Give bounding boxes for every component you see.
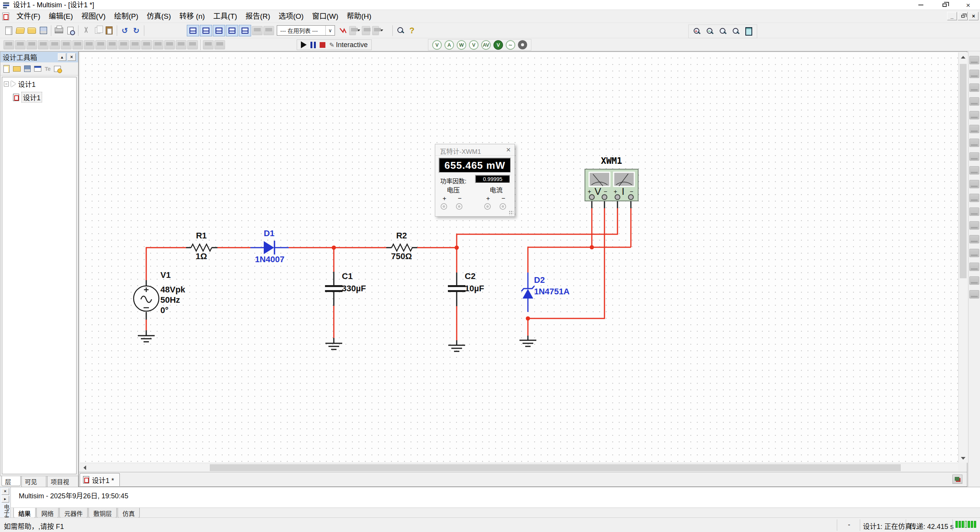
- tab-row-corner-icon[interactable]: [952, 475, 962, 484]
- menu-options[interactable]: 选项(O): [274, 11, 308, 22]
- fullscreen-button[interactable]: [743, 26, 755, 37]
- minimize-button[interactable]: [909, 0, 933, 10]
- spreadsheet-expand-button[interactable]: ▸: [2, 496, 9, 503]
- spreadsheet-close-button[interactable]: ×: [2, 488, 9, 495]
- schematic-canvas[interactable]: XWM1 + V − + I − V1 48Vpk 50Hz 0° R1 1Ω …: [80, 52, 958, 463]
- c2-refdes[interactable]: C2: [465, 271, 475, 281]
- place-hierarchical-button[interactable]: [203, 40, 214, 49]
- menu-edit[interactable]: 编辑(E): [44, 11, 77, 22]
- back-annotate-button[interactable]: [360, 25, 372, 36]
- cut-button[interactable]: [80, 25, 92, 36]
- tree-root-label[interactable]: 设计1: [18, 79, 36, 89]
- current-probe-button[interactable]: A: [444, 40, 454, 50]
- tree-collapse-icon[interactable]: −: [4, 82, 9, 86]
- zoom-out-button[interactable]: −: [704, 26, 715, 37]
- run-simulation-button[interactable]: [301, 41, 307, 48]
- close-icon[interactable]: ×: [506, 145, 511, 154]
- iv-analyzer-button[interactable]: [969, 194, 979, 202]
- close-button[interactable]: ×: [956, 0, 980, 10]
- save-design-icon[interactable]: [24, 65, 31, 72]
- open-button[interactable]: [15, 25, 26, 36]
- spectrum-analyzer-button[interactable]: [969, 221, 979, 230]
- stop-simulation-button[interactable]: [320, 42, 325, 48]
- toggle-spreadsheet-button[interactable]: [200, 25, 212, 36]
- restore-button[interactable]: [933, 0, 956, 10]
- xwm1-label[interactable]: XWM1: [585, 156, 638, 166]
- print-preview-button[interactable]: [65, 25, 76, 36]
- component-v1[interactable]: [134, 286, 159, 311]
- place-cmos-button[interactable]: [72, 40, 83, 49]
- vertical-scrollbar-thumb[interactable]: [960, 64, 967, 278]
- place-transistor-button[interactable]: [38, 40, 49, 49]
- logic-converter-button[interactable]: [969, 166, 979, 175]
- wattmeter-button[interactable]: [969, 83, 979, 92]
- tab-simulation[interactable]: 仿真: [118, 508, 140, 518]
- voltage-probe-button[interactable]: V: [432, 40, 442, 50]
- tab-results[interactable]: 结果: [13, 508, 36, 518]
- menu-window[interactable]: 窗口(W): [308, 11, 343, 22]
- zoom-area-button[interactable]: [717, 26, 728, 37]
- menu-help[interactable]: 帮助(H): [343, 11, 376, 22]
- current-plus-terminal[interactable]: [484, 203, 491, 210]
- r2-value[interactable]: 750Ω: [386, 251, 417, 261]
- place-bus-button[interactable]: [214, 40, 225, 49]
- toggle-database-button[interactable]: [213, 25, 225, 36]
- component-c2[interactable]: [448, 285, 466, 292]
- c1-refdes[interactable]: C1: [342, 271, 353, 281]
- component-r1[interactable]: [191, 244, 212, 251]
- document-icon[interactable]: [2, 13, 9, 20]
- tab-components[interactable]: 元器件: [59, 508, 88, 518]
- differential-voltage-probe-button[interactable]: V: [469, 40, 479, 50]
- c2-value[interactable]: 10µF: [465, 284, 484, 294]
- component-r2[interactable]: [392, 244, 412, 251]
- pause-simulation-button[interactable]: [310, 42, 316, 48]
- place-diode-button[interactable]: [26, 40, 37, 49]
- voltage-current-probe-button[interactable]: AV: [481, 40, 491, 50]
- place-misc-button[interactable]: [130, 40, 140, 49]
- undo-button[interactable]: ↺: [119, 25, 131, 36]
- panel-pin-button[interactable]: ▴: [58, 53, 66, 61]
- voltage-plus-terminal[interactable]: [441, 203, 447, 210]
- four-channel-oscilloscope-button[interactable]: [969, 111, 979, 119]
- horizontal-scrollbar[interactable]: [80, 463, 958, 472]
- d1-refdes[interactable]: D1: [256, 228, 283, 238]
- voltage-reference-probe-button[interactable]: V: [493, 40, 503, 50]
- v1-value-1[interactable]: 48Vpk: [160, 285, 185, 295]
- tab-nets[interactable]: 网络: [36, 508, 59, 518]
- help-button[interactable]: ?: [406, 25, 418, 36]
- wattmeter-dialog[interactable]: 瓦特计-XWM1 × 655.465 mW 功率因数: 0.99995 电压 电…: [435, 144, 515, 217]
- agilent-oscilloscope-button[interactable]: [969, 276, 979, 285]
- tree-root-row[interactable]: − 设计1: [2, 77, 76, 90]
- function-generator-button[interactable]: [969, 70, 979, 78]
- distortion-analyzer-button[interactable]: [969, 207, 979, 216]
- place-indicator-button[interactable]: [107, 40, 118, 49]
- toggle-instruments-button[interactable]: [239, 25, 251, 36]
- database-manager-button[interactable]: [263, 26, 274, 35]
- mdi-restore-button[interactable]: [958, 12, 968, 20]
- menu-place[interactable]: 绘制(P): [110, 11, 142, 22]
- zoom-fit-button[interactable]: [730, 26, 742, 37]
- menu-view[interactable]: 视图(V): [77, 11, 110, 22]
- resize-grip[interactable]: [509, 211, 513, 215]
- network-analyzer-button[interactable]: [969, 235, 979, 243]
- component-d1[interactable]: [250, 241, 289, 255]
- agilent-function-generator-button[interactable]: [969, 249, 979, 257]
- vertical-scrollbar[interactable]: [958, 52, 967, 463]
- forward-annotate-button[interactable]: [372, 25, 383, 36]
- menu-transfer[interactable]: 转移 (n): [175, 11, 209, 22]
- toggle-design-toolbox-button[interactable]: [187, 25, 199, 36]
- print-button[interactable]: [53, 25, 65, 36]
- open-design-icon[interactable]: [13, 66, 21, 72]
- mdi-close-button[interactable]: ×: [969, 12, 978, 20]
- place-electromechanical-button[interactable]: [164, 40, 175, 49]
- horizontal-scrollbar-thumb[interactable]: [210, 464, 901, 471]
- export-to-ultiboard-button[interactable]: [349, 25, 360, 36]
- v1-value-2[interactable]: 50Hz: [160, 295, 180, 305]
- new-design-icon[interactable]: [3, 65, 10, 73]
- place-analog-button[interactable]: [49, 40, 60, 49]
- mdi-minimize-button[interactable]: _: [947, 12, 957, 20]
- redo-button[interactable]: ↻: [131, 25, 142, 36]
- save-button[interactable]: [38, 25, 49, 36]
- word-generator-button[interactable]: [969, 152, 979, 161]
- d2-refdes[interactable]: D2: [534, 275, 545, 285]
